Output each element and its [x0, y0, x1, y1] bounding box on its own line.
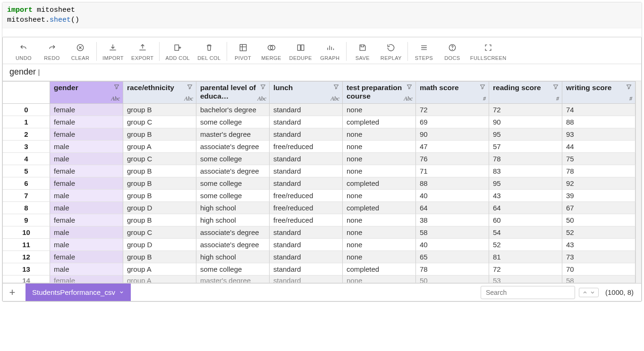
row-index[interactable]: 12 — [3, 251, 50, 263]
import-button[interactable]: IMPORT — [99, 41, 127, 62]
formula-bar[interactable]: gender — [3, 64, 641, 81]
row-index[interactable]: 2 — [3, 128, 50, 141]
data-cell[interactable]: group C — [123, 116, 196, 128]
undo-button[interactable]: UNDO — [9, 41, 38, 62]
data-cell[interactable]: associate's degree — [196, 165, 270, 177]
data-cell[interactable]: associate's degree — [196, 226, 270, 239]
data-cell[interactable]: 64 — [416, 202, 489, 214]
data-cell[interactable]: associate's degree — [196, 239, 270, 251]
dedupe-button[interactable]: DEDUPE — [286, 41, 316, 62]
row-index[interactable]: 10 — [3, 226, 50, 239]
redo-button[interactable]: REDO — [38, 41, 66, 62]
clear-button[interactable]: CLEAR — [66, 41, 94, 62]
data-cell[interactable]: none — [343, 153, 416, 165]
data-cell[interactable]: none — [343, 104, 416, 116]
data-cell[interactable]: standard — [270, 263, 343, 276]
data-cell[interactable]: standard — [270, 226, 343, 239]
data-cell[interactable]: group B — [123, 251, 196, 263]
data-cell[interactable]: group A — [123, 276, 196, 283]
data-cell[interactable]: free/reduced — [270, 214, 343, 226]
data-cell[interactable]: 75 — [562, 153, 636, 165]
data-cell[interactable]: 38 — [416, 214, 489, 226]
data-cell[interactable]: 50 — [416, 276, 489, 283]
data-cell[interactable]: 95 — [489, 128, 562, 141]
row-index[interactable]: 4 — [3, 153, 50, 165]
data-cell[interactable]: none — [343, 239, 416, 251]
filter-icon[interactable] — [333, 84, 339, 90]
data-cell[interactable]: 72 — [489, 263, 562, 276]
data-cell[interactable]: some college — [196, 116, 270, 128]
data-cell[interactable]: master's degree — [196, 276, 270, 283]
data-cell[interactable]: 72 — [489, 104, 562, 116]
replay-button[interactable]: REPLAY — [377, 41, 406, 62]
column-header[interactable]: test preparation courseAbc — [343, 81, 416, 104]
data-cell[interactable]: standard — [270, 276, 343, 283]
data-cell[interactable]: 40 — [416, 190, 489, 202]
graph-button[interactable]: GRAPH — [316, 41, 344, 62]
pivot-button[interactable]: PIVOT — [229, 41, 257, 62]
data-cell[interactable]: 70 — [562, 263, 636, 276]
data-cell[interactable]: female — [50, 165, 123, 177]
filter-icon[interactable] — [113, 84, 120, 90]
data-cell[interactable]: none — [343, 251, 416, 263]
data-cell[interactable]: 57 — [489, 141, 562, 153]
search-nav[interactable] — [579, 288, 599, 297]
data-cell[interactable]: none — [343, 190, 416, 202]
row-index[interactable]: 3 — [3, 141, 50, 153]
data-cell[interactable]: male — [50, 153, 123, 165]
data-cell[interactable]: 67 — [562, 202, 636, 214]
data-cell[interactable]: 71 — [416, 165, 489, 177]
data-cell[interactable]: group A — [123, 263, 196, 276]
column-header[interactable]: genderAbc — [50, 81, 123, 104]
column-header[interactable]: writing score# — [562, 81, 636, 104]
filter-icon[interactable] — [260, 84, 266, 90]
row-index[interactable]: 5 — [3, 165, 50, 177]
data-cell[interactable]: female — [50, 214, 123, 226]
data-grid[interactable]: genderAbcrace/ethnicityAbcparental level… — [3, 81, 636, 283]
data-cell[interactable]: 52 — [489, 239, 562, 251]
data-cell[interactable]: standard — [270, 251, 343, 263]
data-cell[interactable]: 39 — [562, 190, 636, 202]
filter-icon[interactable] — [479, 84, 486, 90]
data-cell[interactable]: associate's degree — [196, 141, 270, 153]
data-cell[interactable]: 43 — [489, 190, 562, 202]
data-cell[interactable]: standard — [270, 128, 343, 141]
data-cell[interactable]: 92 — [562, 177, 636, 190]
row-index[interactable]: 6 — [3, 177, 50, 190]
data-cell[interactable]: male — [50, 239, 123, 251]
data-cell[interactable]: 53 — [489, 276, 562, 283]
row-index[interactable]: 1 — [3, 116, 50, 128]
data-cell[interactable]: 73 — [562, 251, 636, 263]
data-cell[interactable]: some college — [196, 177, 270, 190]
data-cell[interactable]: high school — [196, 251, 270, 263]
data-cell[interactable]: female — [50, 177, 123, 190]
data-cell[interactable]: female — [50, 276, 123, 283]
data-cell[interactable]: master's degree — [196, 128, 270, 141]
data-cell[interactable]: 72 — [416, 104, 489, 116]
docs-button[interactable]: DOCS — [438, 41, 466, 62]
data-cell[interactable]: group D — [123, 202, 196, 214]
row-index[interactable]: 11 — [3, 239, 50, 251]
data-cell[interactable]: 88 — [416, 177, 489, 190]
filter-icon[interactable] — [552, 84, 559, 90]
data-cell[interactable]: standard — [270, 104, 343, 116]
row-index[interactable]: 0 — [3, 104, 50, 116]
data-cell[interactable]: completed — [343, 177, 416, 190]
add-sheet-button[interactable]: + — [3, 284, 22, 301]
data-cell[interactable]: 78 — [562, 165, 636, 177]
data-cell[interactable]: 60 — [489, 214, 562, 226]
data-cell[interactable]: group B — [123, 165, 196, 177]
search-input[interactable] — [481, 286, 575, 299]
data-cell[interactable]: none — [343, 165, 416, 177]
data-cell[interactable]: 44 — [562, 141, 636, 153]
data-cell[interactable]: 78 — [489, 153, 562, 165]
data-cell[interactable]: 52 — [562, 226, 636, 239]
filter-icon[interactable] — [406, 84, 413, 90]
export-button[interactable]: EXPORT — [127, 41, 157, 62]
data-cell[interactable]: 64 — [489, 202, 562, 214]
data-cell[interactable]: male — [50, 226, 123, 239]
data-cell[interactable]: standard — [270, 116, 343, 128]
data-cell[interactable]: group B — [123, 177, 196, 190]
data-cell[interactable]: female — [50, 251, 123, 263]
data-cell[interactable]: none — [343, 214, 416, 226]
